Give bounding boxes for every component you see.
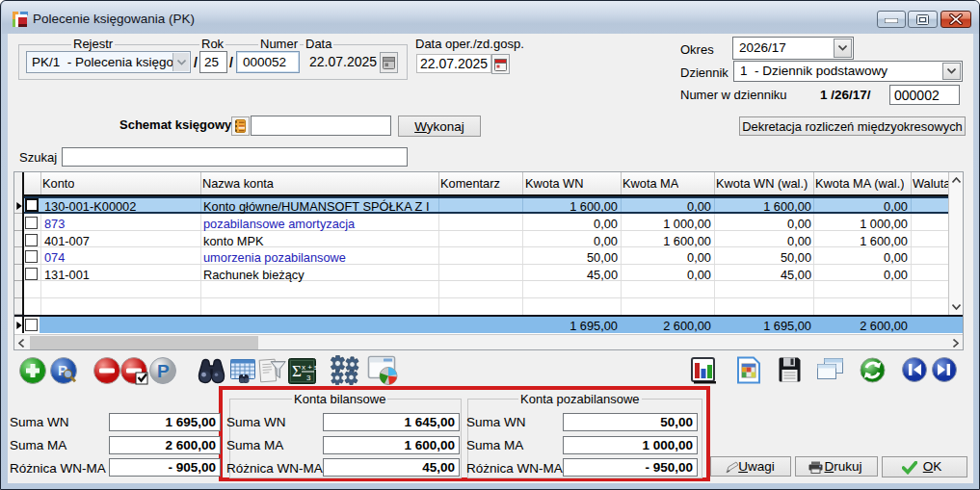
svg-text:x + s: x + s — [302, 363, 317, 372]
svg-text:3: 3 — [306, 374, 311, 382]
svg-text:Σ: Σ — [292, 362, 302, 380]
svg-text:P: P — [157, 361, 170, 381]
